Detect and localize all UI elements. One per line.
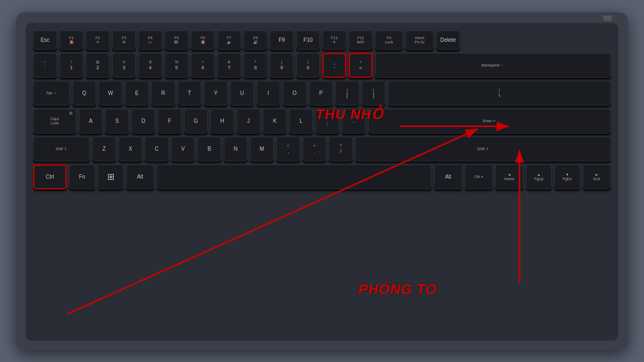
key-semicolon[interactable]: :;: [316, 109, 339, 134]
key-f12[interactable]: F12WiFi: [349, 31, 372, 50]
key-pgdn[interactable]: ▼PgDn: [554, 165, 580, 189]
key-lbracket[interactable]: {[: [335, 81, 359, 106]
key-slash[interactable]: ?/: [329, 137, 353, 161]
key-w[interactable]: W: [99, 81, 122, 106]
key-2[interactable]: @2: [86, 53, 109, 78]
key-3[interactable]: #3: [112, 53, 136, 78]
key-delete[interactable]: Delete: [436, 31, 460, 50]
key-9[interactable]: (9: [270, 53, 294, 78]
webcam: [603, 16, 612, 21]
keyboard-area: Esc F1🔕 F2☀ F3⚙ F4▭ F5🖼 F6🔇 F7🔉 F8🔊 F9 F…: [26, 23, 618, 341]
key-esc[interactable]: Esc: [33, 31, 57, 50]
key-t[interactable]: T: [178, 81, 201, 106]
key-f[interactable]: F: [158, 109, 181, 134]
key-shift-right[interactable]: Shift ⇧: [355, 137, 611, 161]
key-u[interactable]: U: [230, 81, 254, 106]
key-s[interactable]: S: [105, 109, 129, 134]
key-f9[interactable]: F9: [270, 31, 294, 50]
key-tilde[interactable]: ~`: [33, 53, 57, 78]
key-n[interactable]: N: [224, 137, 247, 161]
key-equals[interactable]: +=: [349, 53, 372, 78]
key-insert[interactable]: InsertPrt Sc: [406, 31, 434, 50]
key-k[interactable]: K: [263, 109, 287, 134]
key-tab[interactable]: Tab ↔: [33, 81, 70, 106]
phong-to-label: PHÓNG TO: [358, 281, 437, 298]
key-0[interactable]: )0: [296, 53, 320, 78]
key-i[interactable]: I: [257, 81, 280, 106]
key-6[interactable]: ^6: [191, 53, 215, 78]
key-f1[interactable]: F1🔕: [60, 31, 83, 50]
key-space[interactable]: [157, 165, 431, 189]
key-r[interactable]: R: [151, 81, 175, 106]
tab-key-row: Tab ↔ Q W E R T Y U I O P {[ }] |\: [33, 81, 611, 106]
key-f7[interactable]: F7🔉: [217, 31, 241, 50]
caps-key-row: CapsLock A S D F G H J K L :; "' Enter ↵: [33, 109, 611, 134]
key-comma[interactable]: <,: [276, 137, 300, 161]
key-fn-lock[interactable]: FnLock: [375, 31, 403, 50]
key-7[interactable]: &7: [217, 53, 241, 78]
key-1[interactable]: !1: [60, 53, 83, 78]
key-alt-right[interactable]: Alt: [434, 165, 462, 189]
key-f10[interactable]: F10: [296, 31, 320, 50]
key-z[interactable]: Z: [92, 137, 116, 161]
key-end[interactable]: ►End: [583, 165, 611, 189]
key-o[interactable]: O: [283, 81, 306, 106]
key-q[interactable]: Q: [72, 81, 96, 106]
key-g[interactable]: G: [184, 109, 208, 134]
key-enter[interactable]: Enter ↵: [368, 109, 611, 134]
key-f8[interactable]: F8🔊: [244, 31, 267, 50]
fn-key-row: Esc F1🔕 F2☀ F3⚙ F4▭ F5🖼 F6🔇 F7🔉 F8🔊 F9 F…: [33, 31, 611, 50]
key-caps-lock[interactable]: CapsLock: [33, 109, 76, 134]
key-p[interactable]: P: [309, 81, 333, 106]
key-pgup[interactable]: ▲PgUp: [526, 165, 552, 189]
key-e[interactable]: E: [125, 81, 149, 106]
key-m[interactable]: M: [250, 137, 274, 161]
shift-key-row: Shift ⇧ Z X C V B N M <, >. ?/ Shift ⇧: [33, 137, 611, 161]
bottom-key-row: Ctrl Fn ⊞ Alt Alt Ctrl ≡ ◄Home ▲PgUp ▼Pg…: [33, 165, 611, 189]
laptop-body: Esc F1🔕 F2☀ F3⚙ F4▭ F5🖼 F6🔇 F7🔉 F8🔊 F9 F…: [16, 12, 628, 350]
key-x[interactable]: X: [119, 137, 142, 161]
key-f4[interactable]: F4▭: [138, 31, 162, 50]
key-4[interactable]: $4: [138, 53, 162, 78]
key-quote[interactable]: "': [342, 109, 365, 134]
key-f5[interactable]: F5🖼: [165, 31, 188, 50]
key-b[interactable]: B: [197, 137, 221, 161]
key-5[interactable]: %5: [165, 53, 188, 78]
key-f6[interactable]: F6🔇: [191, 31, 215, 50]
key-j[interactable]: J: [237, 109, 260, 134]
key-minus[interactable]: _-: [323, 53, 346, 78]
key-home[interactable]: ◄Home: [495, 165, 523, 189]
key-ctrl-right[interactable]: Ctrl ≡: [465, 165, 493, 189]
key-alt-left[interactable]: Alt: [126, 165, 154, 189]
key-y[interactable]: Y: [204, 81, 228, 106]
key-h[interactable]: H: [210, 109, 234, 134]
key-backspace[interactable]: Backspace ←: [375, 53, 611, 78]
key-f11[interactable]: F11✈: [323, 31, 346, 50]
num-key-row: ~` !1 @2 #3 $4 %5 ^6 &7 *8 (9 )0 _- += B…: [33, 53, 611, 78]
key-v[interactable]: V: [171, 137, 195, 161]
key-fn[interactable]: Fn: [69, 165, 95, 189]
key-a[interactable]: A: [79, 109, 103, 134]
key-l[interactable]: L: [289, 109, 313, 134]
key-f2[interactable]: F2☀: [86, 31, 109, 50]
key-ctrl-left[interactable]: Ctrl: [33, 165, 67, 189]
key-c[interactable]: C: [145, 137, 169, 161]
key-d[interactable]: D: [131, 109, 155, 134]
key-backslash[interactable]: |\: [388, 81, 611, 106]
key-8[interactable]: *8: [244, 53, 267, 78]
key-period[interactable]: >.: [303, 137, 326, 161]
key-rbracket[interactable]: }]: [362, 81, 385, 106]
key-shift-left[interactable]: Shift ⇧: [33, 137, 90, 161]
key-f3[interactable]: F3⚙: [112, 31, 136, 50]
key-win[interactable]: ⊞: [98, 165, 123, 189]
